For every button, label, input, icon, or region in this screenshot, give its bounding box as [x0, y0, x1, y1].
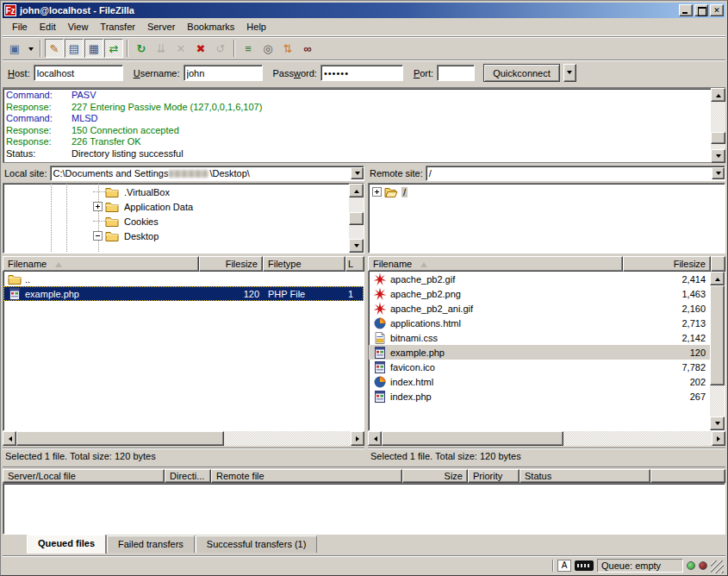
scroll-right-icon[interactable] [351, 431, 364, 446]
expand-plus-icon[interactable] [93, 202, 103, 211]
column-filetype[interactable]: Filetype [263, 256, 345, 272]
column-filesize[interactable]: Filesize [623, 256, 711, 272]
password-input[interactable] [320, 65, 403, 81]
scroll-up-icon[interactable] [349, 184, 364, 197]
scrollbar-thumb[interactable] [711, 132, 725, 144]
column-size[interactable]: Size [402, 469, 468, 483]
combo-dropdown-icon[interactable] [712, 167, 725, 179]
title-bar[interactable]: Fz john@localhost - FileZilla [3, 3, 725, 18]
file-row[interactable]: index.php 267 [369, 389, 710, 404]
scrollbar-thumb[interactable] [382, 431, 563, 446]
column-priority[interactable]: Priority [468, 469, 520, 483]
folder-icon [105, 200, 119, 214]
remote-site-combo[interactable]: / [426, 166, 725, 181]
resize-grip[interactable] [711, 560, 724, 573]
refresh-icon[interactable]: ↻ [132, 39, 151, 58]
menu-edit[interactable]: Edit [34, 20, 62, 34]
tab-successful-transfers[interactable]: Successful transfers (1) [196, 535, 318, 553]
log-scrollbar[interactable] [711, 88, 725, 163]
menu-file[interactable]: File [6, 20, 34, 34]
scroll-up-icon[interactable] [711, 88, 725, 102]
menu-server[interactable]: Server [141, 20, 181, 34]
scroll-down-icon[interactable] [710, 416, 725, 430]
file-row[interactable]: apache_pb2_ani.gif 2,160 [369, 301, 710, 316]
column-remote-file[interactable]: Remote file [211, 469, 402, 483]
tab-queued-files[interactable]: Queued files [27, 535, 106, 554]
scroll-down-icon[interactable] [349, 239, 364, 253]
directory-compare-icon[interactable]: ◎ [258, 39, 277, 58]
tab-failed-transfers[interactable]: Failed transfers [107, 535, 195, 553]
cancel-operation-icon[interactable]: ✕ [171, 39, 190, 58]
column-status[interactable]: Status [520, 469, 650, 483]
remote-horizontal-scrollbar[interactable] [368, 431, 725, 446]
tree-item[interactable]: .VirtualBox [3, 185, 349, 199]
queue-list[interactable] [3, 483, 725, 535]
tree-item[interactable]: Desktop [3, 229, 349, 243]
column-filename[interactable]: Filename [3, 256, 199, 272]
menu-help[interactable]: Help [240, 20, 272, 34]
tree-item[interactable]: / [369, 185, 725, 199]
file-row[interactable]: apache_pb2.gif 2,414 [369, 272, 710, 286]
column-last-modified[interactable]: L [345, 256, 364, 272]
column-spacer [650, 469, 725, 483]
file-row-selected[interactable]: example.php 120 PHP File 1 [3, 286, 364, 301]
username-input[interactable] [184, 65, 263, 81]
host-input[interactable] [34, 65, 123, 81]
close-button[interactable] [710, 4, 724, 16]
local-tree-scrollbar[interactable] [349, 184, 364, 253]
column-server-local-file[interactable]: Server/Local file [3, 469, 165, 483]
filter-icon[interactable]: ≡ [239, 39, 258, 58]
scroll-up-icon[interactable] [710, 272, 725, 285]
apache-feather-icon [373, 287, 387, 301]
disconnect-icon[interactable]: ✖ [191, 39, 210, 58]
find-files-icon[interactable]: ∞ [298, 39, 317, 58]
column-filesize[interactable]: Filesize [199, 256, 263, 272]
scrollbar-thumb[interactable] [710, 285, 725, 385]
scroll-left-icon[interactable] [368, 431, 382, 446]
quickconnect-dropdown-icon[interactable] [563, 64, 576, 82]
speed-limits-icon[interactable] [575, 560, 594, 571]
process-queue-icon[interactable]: ⇊ [152, 39, 171, 58]
toggle-local-tree-icon[interactable]: ▤ [65, 39, 84, 58]
toggle-remote-tree-icon[interactable]: ▦ [84, 39, 103, 58]
file-row[interactable]: apache_pb2.png 1,463 [369, 286, 710, 301]
combo-dropdown-icon[interactable] [351, 167, 364, 179]
file-row[interactable]: bitnami.css 2,142 [369, 330, 710, 345]
scroll-left-icon[interactable] [3, 431, 16, 446]
menu-bookmarks[interactable]: Bookmarks [181, 20, 240, 34]
remote-file-list: apache_pb2.gif 2,414 apache_pb2.png 1,46… [368, 272, 725, 431]
file-row[interactable]: .. [3, 272, 364, 286]
remote-list-scrollbar[interactable] [710, 272, 725, 430]
file-row[interactable]: index.html 202 [369, 374, 710, 389]
maximize-button[interactable] [694, 4, 708, 16]
minimize-button[interactable] [679, 4, 693, 16]
reconnect-icon[interactable]: ↺ [211, 39, 230, 58]
collapse-minus-icon[interactable] [93, 231, 103, 241]
tree-item[interactable]: Application Data [3, 199, 349, 214]
toggle-queue-icon[interactable]: ⇄ [104, 39, 123, 58]
file-row[interactable]: favicon.ico 7,782 [369, 360, 710, 374]
sync-browsing-icon[interactable]: ⇅ [278, 39, 297, 58]
toggle-log-icon[interactable]: ✎ [45, 39, 64, 58]
scroll-right-icon[interactable] [712, 431, 725, 446]
column-filename[interactable]: Filename [368, 256, 623, 272]
file-row-selected[interactable]: example.php 120 [369, 345, 710, 360]
data-type-indicator-icon[interactable]: A [557, 560, 571, 572]
site-manager-icon[interactable]: ▣ [5, 39, 24, 58]
file-row[interactable]: applications.html 2,713 [369, 316, 710, 330]
quickconnect-button[interactable]: Quickconnect [483, 64, 560, 82]
local-horizontal-scrollbar[interactable] [3, 431, 364, 446]
scroll-down-icon[interactable] [711, 149, 725, 163]
tree-item[interactable]: Cookies [3, 214, 349, 229]
site-manager-dropdown-icon[interactable] [25, 39, 36, 58]
file-name: index.php [390, 391, 432, 402]
port-input[interactable] [437, 65, 475, 81]
file-name: favicon.ico [390, 362, 435, 373]
scrollbar-thumb[interactable] [349, 212, 364, 225]
column-direction[interactable]: Directi... [165, 469, 211, 483]
local-site-combo[interactable]: C:\Documents and Settings\Desktop\ [50, 166, 364, 181]
expand-plus-icon[interactable] [372, 187, 382, 197]
menu-transfer[interactable]: Transfer [94, 20, 141, 34]
menu-view[interactable]: View [62, 20, 95, 34]
scrollbar-thumb[interactable] [16, 431, 224, 446]
